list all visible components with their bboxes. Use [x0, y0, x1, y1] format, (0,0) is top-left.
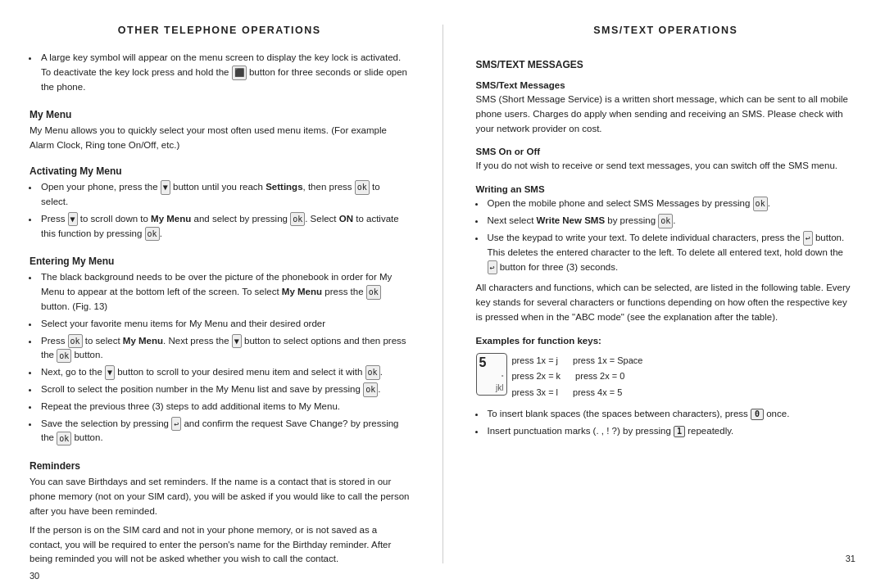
sms-messages-text: SMS (Short Message Service) is a written… — [476, 93, 856, 136]
back-key-r1: ↩ — [803, 231, 813, 246]
column-divider — [442, 25, 443, 563]
my-menu-text: My Menu allows you to quickly select you… — [30, 124, 410, 153]
key-5-icon: 5 • jkl — [476, 353, 507, 396]
examples-title: Examples for function keys: — [476, 336, 856, 346]
key-num: 5 — [479, 356, 487, 369]
entering-bullet-6: Repeat the previous three (3) steps to a… — [39, 400, 410, 414]
sms-messages-section: SMS/TEXT MESSAGES — [476, 59, 856, 70]
back-key-r2: ↩ — [488, 260, 497, 275]
ok-key-1: ok — [355, 180, 370, 195]
down-arrow-key-4: ▼ — [105, 365, 115, 380]
activating-bullet-2: Press ▼ to scroll down to My Menu and se… — [39, 212, 410, 242]
sms-on-off-title: SMS On or Off — [476, 147, 856, 156]
bottom-bullet-2: Insert punctuation marks (. , ! ?) by pr… — [486, 424, 856, 439]
ex-col1-1: press 1x = j — [512, 353, 559, 369]
ok-key-8: ok — [363, 382, 378, 397]
reminders-p2: If the person is on the SIM card and not… — [30, 523, 410, 567]
entering-bullet-1: The black background needs to be over th… — [39, 270, 410, 314]
ex-col1-2: press 2x = k — [512, 369, 561, 384]
ok-key-7: ok — [365, 365, 380, 380]
page-container: OTHER TELEPHONE OPERATIONS A large key s… — [0, 0, 885, 588]
examples-row-3: press 3x = l press 4x = 5 — [512, 385, 643, 400]
ex-col1-3: press 3x = l — [512, 385, 559, 400]
entering-bullet-5: Scroll to select the position number in … — [39, 382, 410, 397]
ok-key-r2: ok — [658, 214, 673, 228]
entering-bullet-7: Save the selection by pressing ↩ and con… — [39, 417, 410, 446]
examples-row-2: press 2x = k press 2x = 0 — [512, 369, 643, 384]
right-col-title: SMS/TEXT OPERATIONS — [476, 25, 856, 39]
ok-key-2: ok — [290, 212, 305, 227]
reminders-p1: You can save Birthdays and set reminders… — [30, 475, 410, 518]
writing-list: Open the mobile phone and select SMS Mes… — [486, 197, 856, 277]
down-arrow-key: ▼ — [161, 180, 170, 195]
ex-col2-2: press 2x = 0 — [575, 369, 624, 384]
writing-bullet-2: Next select Write New SMS by pressing ok… — [486, 214, 856, 228]
intro-list: A large key symbol will appear on the me… — [39, 51, 410, 97]
entering-bullet-4: Next, go to the ▼ button to scroll to yo… — [39, 365, 410, 380]
down-arrow-key-3: ▼ — [232, 334, 242, 349]
ex-col2-3: press 4x = 5 — [573, 385, 622, 400]
writing-title: Writing an SMS — [476, 184, 856, 194]
examples-table: 5 • jkl press 1x = j press 1x = Space pr… — [476, 353, 856, 400]
left-col-title: OTHER TELEPHONE OPERATIONS — [30, 25, 410, 39]
left-column: OTHER TELEPHONE OPERATIONS A large key s… — [30, 25, 410, 563]
ok-key-5: ok — [68, 334, 83, 349]
ex-col2-1: press 1x = Space — [573, 353, 642, 369]
entering-bullet-3: Press ok to select My Menu. Next press t… — [39, 334, 410, 364]
writing-para: All characters and functions, which can … — [476, 281, 856, 324]
right-column: SMS/TEXT OPERATIONS SMS/TEXT MESSAGES SM… — [476, 25, 856, 563]
ok-key-r1: ok — [753, 197, 768, 211]
bottom-bullets: To insert blank spaces (the spaces betwe… — [486, 407, 856, 441]
back-key-1: ↩ — [171, 417, 181, 432]
examples-row-1: press 1x = j press 1x = Space — [512, 353, 643, 369]
page-num-left: 30 — [30, 571, 410, 581]
examples-rows: press 1x = j press 1x = Space press 2x =… — [512, 353, 643, 400]
sms-messages-sub: SMS/Text Messages — [476, 80, 856, 90]
down-arrow-key-2: ▼ — [68, 212, 78, 227]
activating-bullet-1: Open your phone, press the ▼ button unti… — [39, 180, 410, 210]
writing-bullet-3: Use the keypad to write your text. To de… — [486, 231, 856, 274]
entering-list: The black background needs to be over th… — [39, 270, 410, 448]
ok-key-3: ok — [145, 227, 160, 242]
entering-bullet-2: Select your favorite menu items for My M… — [39, 317, 410, 332]
page-num-right: 31 — [476, 554, 856, 563]
ok-key-9: ok — [57, 432, 71, 446]
activating-list: Open your phone, press the ▼ button unti… — [39, 180, 410, 243]
intro-bullet: A large key symbol will appear on the me… — [39, 51, 410, 94]
one-key: 1 — [674, 426, 685, 437]
key-alpha: jkl — [496, 383, 503, 392]
zero-key: 0 — [751, 409, 764, 420]
entering-title: Entering My Menu — [30, 256, 410, 267]
sms-on-off-text: If you do not wish to receive or send te… — [476, 159, 856, 174]
ok-key-4: ok — [366, 285, 381, 300]
activating-title: Activating My Menu — [30, 165, 410, 177]
reminders-title: Reminders — [30, 460, 410, 472]
writing-bullet-1: Open the mobile phone and select SMS Mes… — [486, 197, 856, 211]
bottom-bullet-1: To insert blank spaces (the spaces betwe… — [486, 407, 856, 422]
my-menu-title: My Menu — [30, 109, 410, 120]
key-icon-lock: ⬛ — [232, 66, 247, 80]
ok-key-6: ok — [57, 349, 71, 364]
